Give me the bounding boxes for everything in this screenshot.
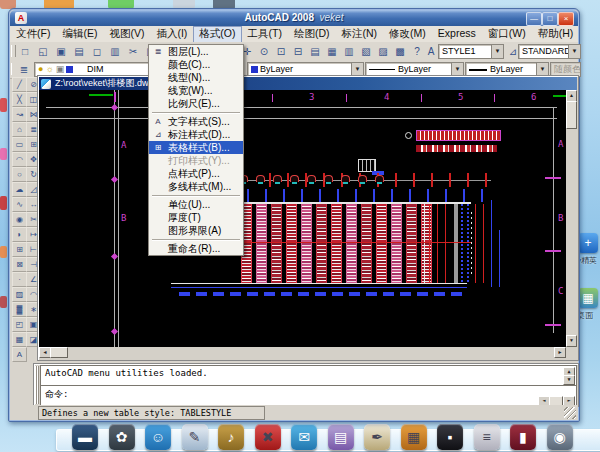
menu-window[interactable]: 窗口(W) <box>482 26 532 43</box>
canvas-hscrollbar[interactable]: ◄ ► <box>39 347 566 358</box>
menu-file[interactable]: 文件(F) <box>10 26 56 43</box>
plot-preview-icon[interactable]: ◻ <box>88 43 106 60</box>
dock-icon-cards[interactable]: ≡ <box>474 424 500 450</box>
open-icon[interactable]: ◱ <box>34 43 52 60</box>
layer-freeze-icon[interactable]: ☼ <box>45 64 53 74</box>
menu-express[interactable]: Express <box>432 26 482 41</box>
cut-icon[interactable]: ✂ <box>124 43 142 60</box>
table-icon[interactable]: ▦ <box>12 332 27 347</box>
gradient-icon[interactable]: ▓ <box>12 302 27 317</box>
region-icon[interactable]: ◰ <box>12 317 27 332</box>
scroll-down-icon[interactable]: ▼ <box>566 335 577 347</box>
layer-manager-icon[interactable]: ≣ <box>15 61 33 78</box>
close-button[interactable]: × <box>558 12 574 26</box>
insert-block-icon[interactable]: ⊞ <box>12 242 27 257</box>
format-rename[interactable]: 重命名(R)... <box>149 242 243 255</box>
dim-style-combo[interactable]: STANDARD▼ <box>518 44 581 59</box>
point-icon[interactable]: · <box>12 272 27 287</box>
scroll-down-icon[interactable]: ▼ <box>563 375 575 385</box>
menu-insert[interactable]: 插入(I) <box>150 26 193 43</box>
calculator-icon[interactable]: ▩ <box>391 43 409 60</box>
mtext-icon[interactable]: A <box>12 347 27 362</box>
dock-icon-device[interactable]: ▪ <box>437 424 463 450</box>
vscroll-thumb[interactable] <box>566 101 577 129</box>
hscroll-thumb[interactable] <box>50 347 68 358</box>
layer-on-icon[interactable]: ● <box>38 64 43 74</box>
rectangle-icon[interactable]: ▭ <box>12 137 27 152</box>
minimize-button[interactable]: — <box>526 12 542 26</box>
layer-lock-icon[interactable]: ▣ <box>56 64 65 74</box>
desktop-icon-wallpaper[interactable]: ▦ <box>578 288 598 308</box>
format-tablestyle[interactable]: ⊞表格样式(B)... <box>149 141 243 154</box>
polygon-icon[interactable]: ⌂ <box>12 122 27 137</box>
line-icon[interactable]: ╱ <box>12 77 27 92</box>
format-linetype[interactable]: 线型(N)... <box>149 71 243 84</box>
format-textstyle[interactable]: A文字样式(S)... <box>149 115 243 128</box>
ellipse-arc-icon[interactable]: ◗ <box>12 227 27 242</box>
combo-arrow-icon[interactable]: ▼ <box>491 45 503 58</box>
command-window-grip[interactable] <box>35 366 39 404</box>
format-dimstyle[interactable]: ⊿标注样式(D)... <box>149 128 243 141</box>
ellipse-icon[interactable]: ◉ <box>12 212 27 227</box>
construction-line-icon[interactable]: ╳ <box>12 92 27 107</box>
menu-tools[interactable]: 工具(T) <box>242 26 288 43</box>
text-style-combo[interactable]: STYLE1▼ <box>438 44 504 59</box>
format-plotstyle[interactable]: 打印样式(Y)... <box>149 154 243 167</box>
menu-format[interactable]: 格式(O) <box>193 26 241 43</box>
make-block-icon[interactable]: ⊠ <box>12 257 27 272</box>
format-color[interactable]: 颜色(C)... <box>149 58 243 71</box>
markup-icon[interactable]: ▨ <box>374 43 392 60</box>
menu-view[interactable]: 视图(V) <box>103 26 150 43</box>
dock-icon-paint[interactable]: ▦ <box>401 424 427 450</box>
format-thickness[interactable]: 厚度(T) <box>149 211 243 224</box>
zoom-previous-icon[interactable]: ⊟ <box>289 43 307 60</box>
format-units[interactable]: 单位(U)... <box>149 198 243 211</box>
dock-icon-display[interactable]: ✿ <box>109 424 135 450</box>
spline-icon[interactable]: ∿ <box>12 197 27 212</box>
format-pointstyle[interactable]: 点样式(P)... <box>149 167 243 180</box>
menu-modify[interactable]: 修改(M) <box>383 26 432 43</box>
save-icon[interactable]: ▣ <box>52 43 70 60</box>
maximize-button[interactable]: □ <box>542 12 558 26</box>
dock-icon-chat[interactable]: ✉ <box>291 424 317 450</box>
drawing-titlebar[interactable]: Z:\root\veket\排楼图.dwg <box>39 77 577 90</box>
properties-icon[interactable]: ▤ <box>306 43 324 60</box>
dock-icon-book[interactable]: ▮ <box>510 424 536 450</box>
dock-icon-drive[interactable]: ▬ <box>72 424 98 450</box>
tool-palettes-icon[interactable]: ▥ <box>340 43 358 60</box>
format-layer[interactable]: ≣图层(L)... <box>149 45 243 58</box>
dock-icon-jack[interactable]: ✖ <box>255 424 281 450</box>
plot-icon[interactable]: ▤ <box>70 43 88 60</box>
drawing-canvas[interactable]: 23456ABABC <box>39 90 566 347</box>
format-mlinestyle[interactable]: 多线样式(M)... <box>149 180 243 193</box>
format-lineweight[interactable]: 线宽(W)... <box>149 84 243 97</box>
sheetset-icon[interactable]: ▧ <box>357 43 375 60</box>
desktop-icon-sprite[interactable]: + <box>578 233 598 253</box>
window-titlebar[interactable]: A AutoCAD 2008 veket — □ × <box>10 10 578 26</box>
menu-help[interactable]: 帮助(H) <box>532 26 578 43</box>
dock-icon-pen[interactable]: ✒ <box>364 424 390 450</box>
circle-icon[interactable]: ○ <box>12 167 27 182</box>
hatch-icon[interactable]: ▨ <box>12 287 27 302</box>
new-icon[interactable]: □ <box>16 43 34 60</box>
publish-icon[interactable]: ▥ <box>106 43 124 60</box>
designcenter-icon[interactable]: ▦ <box>323 43 341 60</box>
revcloud-icon[interactable]: ☁ <box>12 182 27 197</box>
menu-edit[interactable]: 编辑(E) <box>56 26 103 43</box>
polyline-icon[interactable]: ↝ <box>12 107 27 122</box>
format-scalelist[interactable]: 比例尺(E)... <box>149 97 243 110</box>
menu-draw[interactable]: 绘图(D) <box>288 26 336 43</box>
dock-icon-notes[interactable]: ✎ <box>182 424 208 450</box>
dock-icon-clipboard[interactable]: ▤ <box>328 424 354 450</box>
resize-grip[interactable] <box>564 407 576 419</box>
dock-icon-camera[interactable]: ◉ <box>547 424 573 450</box>
menu-dimension[interactable]: 标注(N) <box>336 26 384 43</box>
format-limits[interactable]: 图形界限(A) <box>149 224 243 237</box>
scroll-right-icon[interactable]: ► <box>554 347 566 358</box>
dock-icon-browser[interactable]: ☺ <box>145 424 171 450</box>
zoom-realtime-icon[interactable]: ⊙ <box>255 43 273 60</box>
zoom-window-icon[interactable]: ⊡ <box>272 43 290 60</box>
arc-icon[interactable]: ◠ <box>12 152 27 167</box>
canvas-vscrollbar[interactable]: ▲ ▼ <box>566 90 577 347</box>
dock-icon-music[interactable]: ♪ <box>218 424 244 450</box>
